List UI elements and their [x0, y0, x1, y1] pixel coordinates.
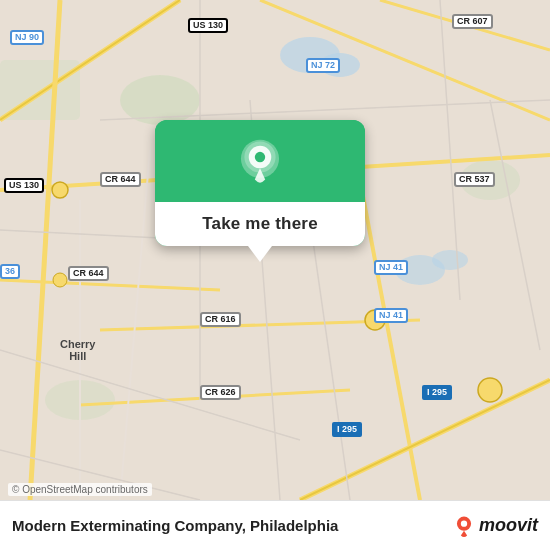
badge-us130-left: US 130 — [4, 178, 44, 193]
badge-cr616: CR 616 — [200, 312, 241, 327]
take-me-there-button[interactable]: Take me there — [155, 202, 365, 246]
badge-nj90: NJ 90 — [10, 30, 44, 45]
badge-cr626: CR 626 — [200, 385, 241, 400]
badge-nj41-mid: NJ 41 — [374, 308, 408, 323]
badge-cr607: CR 607 — [452, 14, 493, 29]
popup-icon-area — [155, 120, 365, 202]
badge-i295-2: I 295 — [332, 422, 362, 437]
moovit-logo: moovit — [453, 515, 538, 537]
moovit-brand-text: moovit — [479, 515, 538, 536]
badge-us130-top: US 130 — [188, 18, 228, 33]
company-name: Modern Exterminating Company, Philadelph… — [12, 517, 453, 534]
copyright-text: © OpenStreetMap contributors — [8, 483, 152, 496]
map-popup: Take me there — [155, 120, 365, 246]
moovit-pin-icon — [453, 515, 475, 537]
badge-i295-1: I 295 — [422, 385, 452, 400]
location-pin-icon — [234, 138, 286, 190]
badge-nj41-top: NJ 41 — [374, 260, 408, 275]
svg-point-41 — [461, 520, 467, 526]
badge-cr644-mid: CR 644 — [68, 266, 109, 281]
svg-point-39 — [255, 152, 265, 162]
bottom-bar: Modern Exterminating Company, Philadelph… — [0, 500, 550, 550]
svg-point-34 — [478, 378, 502, 402]
cherry-hill-label: CherryHill — [60, 338, 95, 362]
svg-point-4 — [432, 250, 468, 270]
svg-point-32 — [52, 182, 68, 198]
badge-nj72: NJ 72 — [306, 58, 340, 73]
badge-cr644-top: CR 644 — [100, 172, 141, 187]
badge-36: 36 — [0, 264, 20, 279]
map-container: US 130 NJ 90 US 130 CR 644 CR 644 CR 616… — [0, 0, 550, 500]
svg-point-35 — [53, 273, 67, 287]
map-svg — [0, 0, 550, 500]
badge-cr537: CR 537 — [454, 172, 495, 187]
